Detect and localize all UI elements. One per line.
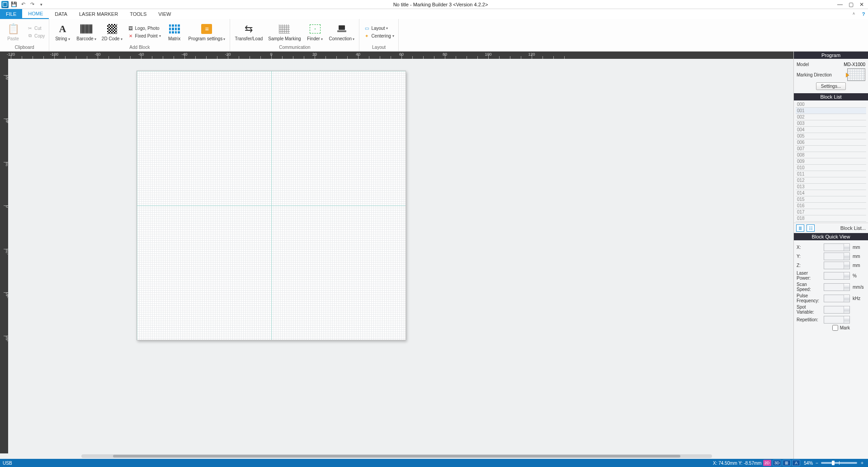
block-list-item[interactable]: 017 [796,209,866,215]
block-list-item[interactable]: 000 [796,101,866,108]
string-button[interactable]: A String [52,22,73,42]
group-layout: ▭Layout ✦Centering Layout [359,19,398,51]
status-bar: USB X: 74.50mm Y: -8.57mm 2D 3D ⊞ A 54% … [0,459,868,467]
zoom-value: 54% [804,461,813,466]
block-list-link[interactable]: Block List... [840,225,866,231]
paste-button[interactable]: 📋 Paste [3,22,24,42]
qv-label: Repetition: [797,317,821,322]
group-communication: Transfer/Load Sample Marking Finder Conn… [230,19,359,51]
ribbon-collapse-icon[interactable]: ＾ [848,9,859,19]
status-2d-badge[interactable]: 2D [763,460,771,466]
program-settings-icon [200,23,213,35]
tab-tools[interactable]: TOOLS [124,9,152,19]
status-coords: X: 74.50mm Y: -8.57mm [713,461,762,466]
program-settings-button[interactable]: Settings... [816,82,846,90]
qv-input[interactable] [824,262,850,269]
mark-checkbox[interactable] [832,325,838,331]
matrix-button[interactable]: Matrix [164,22,185,42]
block-list-item[interactable]: 016 [796,203,866,209]
ruler-h-label: -60 [138,52,144,57]
block-list-item[interactable]: 005 [796,133,866,139]
status-3d-badge[interactable]: 3D [773,460,782,466]
qv-unit: % [853,273,865,278]
transfer-load-button[interactable]: Transfer/Load [233,22,264,42]
tab-laser-marker[interactable]: LASER MARKER [73,9,124,19]
scroll-thumb[interactable] [113,455,681,457]
ruler-h-label: 120 [528,52,535,57]
app-icon [1,1,9,8]
qat-save-icon[interactable]: 💾 [10,1,18,8]
qv-input[interactable] [824,316,850,324]
qat-undo-icon[interactable]: ↶ [19,1,27,8]
block-list-item[interactable]: 013 [796,184,866,190]
block-list-item[interactable]: 001 [796,108,866,114]
block-list-item[interactable]: 011 [796,171,866,177]
program-settings-button[interactable]: Program settings [187,22,227,42]
qv-input[interactable] [824,306,850,314]
zoom-slider[interactable] [821,462,857,464]
fixed-point-button[interactable]: ✕Fixed Point [126,32,162,39]
ruler-h-label: -120 [7,52,15,57]
block-list-item[interactable]: 004 [796,127,866,133]
minimize-button[interactable]: — [836,1,844,8]
qv-input[interactable] [824,283,850,291]
status-grid-badge[interactable]: ⊞ [783,460,791,466]
2d-code-button[interactable]: 2D Code [100,22,124,42]
barcode-icon [80,23,93,35]
qv-input[interactable] [824,253,850,260]
horizontal-scrollbar[interactable] [81,454,712,458]
connection-button[interactable]: Connection [327,22,357,42]
block-list-item[interactable]: 006 [796,139,866,146]
tab-data[interactable]: DATA [49,9,73,19]
qv-input[interactable] [824,272,850,280]
copy-button[interactable]: ⧉Copy [25,32,46,39]
finder-icon [309,23,321,35]
barcode-button[interactable]: Barcode [75,22,98,42]
status-connection: USB [0,461,12,466]
block-list-item[interactable]: 007 [796,146,866,152]
block-list-item[interactable]: 012 [796,177,866,184]
logo-photo-button[interactable]: 🖼Logo, Photo [126,24,162,32]
ruler-h-label: -40 [181,52,187,57]
help-icon[interactable]: ? [859,9,868,19]
marking-direction-label: Marking Direction [797,72,832,77]
block-list-item[interactable]: 003 [796,120,866,127]
zoom-thumb[interactable] [832,461,835,465]
qv-input[interactable] [824,243,850,251]
block-list-item[interactable]: 002 [796,114,866,120]
canvas-stage[interactable] [8,59,793,453]
block-list-item[interactable]: 009 [796,158,866,165]
block-list-item[interactable]: 018 [796,215,866,222]
marking-sheet[interactable] [137,71,406,340]
tab-file[interactable]: FILE [0,9,22,19]
qv-unit: mm [853,254,865,259]
centering-icon: ✦ [363,33,370,39]
maximize-button[interactable]: ▢ [847,1,854,8]
qv-unit: kHz [853,296,865,301]
centering-button[interactable]: ✦Centering [362,32,395,39]
block-list-view2-icon[interactable]: ☷ [807,224,815,232]
block-list-item[interactable]: 014 [796,190,866,196]
canvas-area: -120-100-80-60-40-20020406080100120 6040… [0,52,793,459]
close-button[interactable]: ✕ [858,1,865,8]
qv-input[interactable] [824,295,850,302]
layout-button[interactable]: ▭Layout [362,24,395,32]
cut-button[interactable]: ✂Cut [25,24,46,32]
block-list-item[interactable]: 008 [796,152,866,158]
block-list-item[interactable]: 015 [796,196,866,203]
zoom-out-icon[interactable]: − [816,461,818,466]
tab-home[interactable]: HOME [22,9,49,19]
qat-customize-icon[interactable]: ▾ [38,1,45,8]
tab-view[interactable]: VIEW [152,9,177,19]
zoom-in-icon[interactable]: ＋ [860,460,864,466]
block-list-view1-icon[interactable]: ≣ [796,224,804,232]
copy-icon: ⧉ [27,33,33,39]
sample-marking-button[interactable]: Sample Marking [266,22,302,42]
block-list-header: Block List [794,93,868,100]
qat-redo-icon[interactable]: ↷ [28,1,36,8]
finder-button[interactable]: Finder [305,22,326,42]
block-list-item[interactable]: 010 [796,165,866,171]
status-text-badge[interactable]: A [792,460,800,466]
group-label: Communication [230,45,359,51]
window-title: No title - Marking Builder 3 <Version 4.… [45,2,836,7]
